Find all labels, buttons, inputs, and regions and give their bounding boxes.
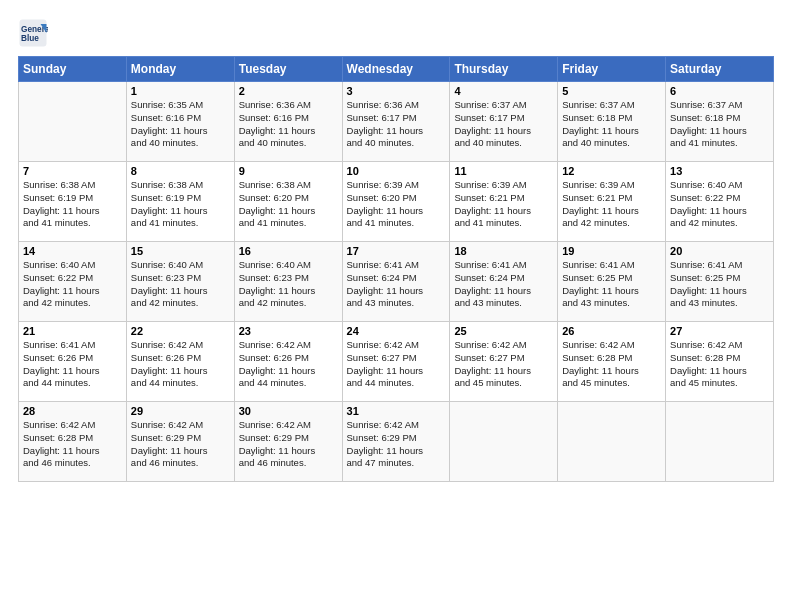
calendar-cell: 6Sunrise: 6:37 AMSunset: 6:18 PMDaylight… — [666, 82, 774, 162]
logo: General Blue — [18, 18, 52, 48]
calendar-cell: 3Sunrise: 6:36 AMSunset: 6:17 PMDaylight… — [342, 82, 450, 162]
day-number: 29 — [131, 405, 230, 417]
day-number: 2 — [239, 85, 338, 97]
calendar-cell: 9Sunrise: 6:38 AMSunset: 6:20 PMDaylight… — [234, 162, 342, 242]
day-number: 3 — [347, 85, 446, 97]
day-number: 20 — [670, 245, 769, 257]
day-info: Sunrise: 6:42 AMSunset: 6:28 PMDaylight:… — [670, 339, 769, 390]
calendar-header: SundayMondayTuesdayWednesdayThursdayFrid… — [19, 57, 774, 82]
weekday-header-wednesday: Wednesday — [342, 57, 450, 82]
calendar-cell: 8Sunrise: 6:38 AMSunset: 6:19 PMDaylight… — [126, 162, 234, 242]
day-info: Sunrise: 6:42 AMSunset: 6:28 PMDaylight:… — [23, 419, 122, 470]
day-info: Sunrise: 6:41 AMSunset: 6:25 PMDaylight:… — [562, 259, 661, 310]
day-info: Sunrise: 6:37 AMSunset: 6:18 PMDaylight:… — [562, 99, 661, 150]
calendar-cell: 11Sunrise: 6:39 AMSunset: 6:21 PMDayligh… — [450, 162, 558, 242]
day-number: 26 — [562, 325, 661, 337]
calendar-container: General Blue SundayMondayTuesdayWednesda… — [0, 0, 792, 612]
header: General Blue — [18, 18, 774, 48]
day-info: Sunrise: 6:42 AMSunset: 6:29 PMDaylight:… — [131, 419, 230, 470]
week-row-4: 21Sunrise: 6:41 AMSunset: 6:26 PMDayligh… — [19, 322, 774, 402]
calendar-cell — [19, 82, 127, 162]
day-number: 13 — [670, 165, 769, 177]
calendar-cell: 1Sunrise: 6:35 AMSunset: 6:16 PMDaylight… — [126, 82, 234, 162]
day-number: 5 — [562, 85, 661, 97]
calendar-cell: 26Sunrise: 6:42 AMSunset: 6:28 PMDayligh… — [558, 322, 666, 402]
day-info: Sunrise: 6:39 AMSunset: 6:21 PMDaylight:… — [454, 179, 553, 230]
day-number: 23 — [239, 325, 338, 337]
day-info: Sunrise: 6:40 AMSunset: 6:23 PMDaylight:… — [131, 259, 230, 310]
calendar-cell: 7Sunrise: 6:38 AMSunset: 6:19 PMDaylight… — [19, 162, 127, 242]
day-number: 16 — [239, 245, 338, 257]
calendar-table: SundayMondayTuesdayWednesdayThursdayFrid… — [18, 56, 774, 482]
calendar-cell: 25Sunrise: 6:42 AMSunset: 6:27 PMDayligh… — [450, 322, 558, 402]
day-info: Sunrise: 6:37 AMSunset: 6:18 PMDaylight:… — [670, 99, 769, 150]
day-info: Sunrise: 6:39 AMSunset: 6:21 PMDaylight:… — [562, 179, 661, 230]
week-row-3: 14Sunrise: 6:40 AMSunset: 6:22 PMDayligh… — [19, 242, 774, 322]
day-info: Sunrise: 6:38 AMSunset: 6:19 PMDaylight:… — [23, 179, 122, 230]
calendar-cell: 28Sunrise: 6:42 AMSunset: 6:28 PMDayligh… — [19, 402, 127, 482]
day-number: 25 — [454, 325, 553, 337]
day-info: Sunrise: 6:41 AMSunset: 6:24 PMDaylight:… — [454, 259, 553, 310]
calendar-cell: 29Sunrise: 6:42 AMSunset: 6:29 PMDayligh… — [126, 402, 234, 482]
day-info: Sunrise: 6:41 AMSunset: 6:26 PMDaylight:… — [23, 339, 122, 390]
logo-icon: General Blue — [18, 18, 48, 48]
day-number: 10 — [347, 165, 446, 177]
day-number: 31 — [347, 405, 446, 417]
day-info: Sunrise: 6:36 AMSunset: 6:17 PMDaylight:… — [347, 99, 446, 150]
day-number: 19 — [562, 245, 661, 257]
calendar-cell — [558, 402, 666, 482]
day-info: Sunrise: 6:42 AMSunset: 6:29 PMDaylight:… — [239, 419, 338, 470]
day-number: 17 — [347, 245, 446, 257]
weekday-header-thursday: Thursday — [450, 57, 558, 82]
day-info: Sunrise: 6:42 AMSunset: 6:29 PMDaylight:… — [347, 419, 446, 470]
day-number: 12 — [562, 165, 661, 177]
day-info: Sunrise: 6:42 AMSunset: 6:28 PMDaylight:… — [562, 339, 661, 390]
weekday-header-sunday: Sunday — [19, 57, 127, 82]
day-number: 8 — [131, 165, 230, 177]
day-info: Sunrise: 6:40 AMSunset: 6:22 PMDaylight:… — [23, 259, 122, 310]
calendar-cell — [666, 402, 774, 482]
day-info: Sunrise: 6:42 AMSunset: 6:26 PMDaylight:… — [131, 339, 230, 390]
calendar-cell: 27Sunrise: 6:42 AMSunset: 6:28 PMDayligh… — [666, 322, 774, 402]
calendar-cell: 4Sunrise: 6:37 AMSunset: 6:17 PMDaylight… — [450, 82, 558, 162]
day-info: Sunrise: 6:42 AMSunset: 6:27 PMDaylight:… — [347, 339, 446, 390]
weekday-header-monday: Monday — [126, 57, 234, 82]
day-info: Sunrise: 6:38 AMSunset: 6:20 PMDaylight:… — [239, 179, 338, 230]
week-row-1: 1Sunrise: 6:35 AMSunset: 6:16 PMDaylight… — [19, 82, 774, 162]
calendar-cell — [450, 402, 558, 482]
day-info: Sunrise: 6:35 AMSunset: 6:16 PMDaylight:… — [131, 99, 230, 150]
calendar-cell: 22Sunrise: 6:42 AMSunset: 6:26 PMDayligh… — [126, 322, 234, 402]
calendar-cell: 12Sunrise: 6:39 AMSunset: 6:21 PMDayligh… — [558, 162, 666, 242]
day-number: 21 — [23, 325, 122, 337]
day-number: 9 — [239, 165, 338, 177]
calendar-cell: 13Sunrise: 6:40 AMSunset: 6:22 PMDayligh… — [666, 162, 774, 242]
calendar-cell: 17Sunrise: 6:41 AMSunset: 6:24 PMDayligh… — [342, 242, 450, 322]
weekday-header-friday: Friday — [558, 57, 666, 82]
calendar-cell: 16Sunrise: 6:40 AMSunset: 6:23 PMDayligh… — [234, 242, 342, 322]
calendar-body: 1Sunrise: 6:35 AMSunset: 6:16 PMDaylight… — [19, 82, 774, 482]
week-row-5: 28Sunrise: 6:42 AMSunset: 6:28 PMDayligh… — [19, 402, 774, 482]
week-row-2: 7Sunrise: 6:38 AMSunset: 6:19 PMDaylight… — [19, 162, 774, 242]
day-info: Sunrise: 6:42 AMSunset: 6:27 PMDaylight:… — [454, 339, 553, 390]
day-number: 27 — [670, 325, 769, 337]
calendar-cell: 30Sunrise: 6:42 AMSunset: 6:29 PMDayligh… — [234, 402, 342, 482]
day-info: Sunrise: 6:39 AMSunset: 6:20 PMDaylight:… — [347, 179, 446, 230]
day-number: 7 — [23, 165, 122, 177]
day-number: 30 — [239, 405, 338, 417]
day-number: 6 — [670, 85, 769, 97]
day-info: Sunrise: 6:36 AMSunset: 6:16 PMDaylight:… — [239, 99, 338, 150]
weekday-header-saturday: Saturday — [666, 57, 774, 82]
day-number: 11 — [454, 165, 553, 177]
calendar-cell: 2Sunrise: 6:36 AMSunset: 6:16 PMDaylight… — [234, 82, 342, 162]
day-info: Sunrise: 6:42 AMSunset: 6:26 PMDaylight:… — [239, 339, 338, 390]
svg-text:Blue: Blue — [21, 34, 39, 43]
day-number: 14 — [23, 245, 122, 257]
day-number: 1 — [131, 85, 230, 97]
calendar-cell: 23Sunrise: 6:42 AMSunset: 6:26 PMDayligh… — [234, 322, 342, 402]
calendar-cell: 19Sunrise: 6:41 AMSunset: 6:25 PMDayligh… — [558, 242, 666, 322]
day-info: Sunrise: 6:41 AMSunset: 6:24 PMDaylight:… — [347, 259, 446, 310]
day-info: Sunrise: 6:40 AMSunset: 6:23 PMDaylight:… — [239, 259, 338, 310]
calendar-cell: 20Sunrise: 6:41 AMSunset: 6:25 PMDayligh… — [666, 242, 774, 322]
day-number: 4 — [454, 85, 553, 97]
calendar-cell: 24Sunrise: 6:42 AMSunset: 6:27 PMDayligh… — [342, 322, 450, 402]
